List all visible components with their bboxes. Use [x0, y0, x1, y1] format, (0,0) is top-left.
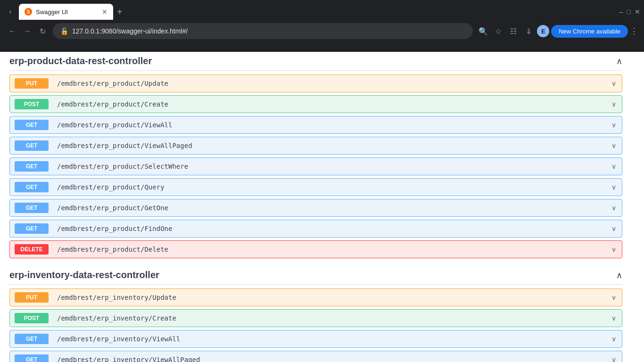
method-badge-get: GET: [15, 223, 49, 234]
endpoint-path-erp-product-4: /emdbrest/erp_product/SelectWhere: [53, 163, 606, 170]
endpoint-path-erp-product-7: /emdbrest/erp_product/FindOne: [53, 225, 606, 232]
method-badge-get: GET: [15, 182, 49, 192]
endpoint-row-erp-product-5[interactable]: GET/emdbrest/erp_product/Query∨: [9, 178, 622, 196]
method-badge-get: GET: [15, 120, 49, 130]
endpoint-chevron-erp-inventory-2: ∨: [606, 335, 622, 343]
menu-dots-btn[interactable]: ⋮: [630, 26, 638, 36]
method-badge-get: GET: [15, 203, 49, 213]
new-chrome-btn[interactable]: New Chrome available: [551, 25, 628, 38]
endpoint-row-erp-inventory-2[interactable]: GET/emdbrest/erp_inventory/ViewAll∨: [9, 330, 622, 348]
controller-title-erp-inventory: erp-inventory-data-rest-controller: [9, 270, 159, 280]
endpoint-path-erp-product-1: /emdbrest/erp_product/Create: [53, 100, 606, 108]
endpoint-chevron-erp-product-0: ∨: [606, 80, 622, 87]
controller-header-erp-product[interactable]: erp-product-data-rest-controller∧: [9, 52, 622, 71]
controller-section-erp-product: erp-product-data-rest-controller∧PUT/emd…: [9, 52, 622, 258]
endpoint-row-erp-product-2[interactable]: GET/emdbrest/erp_product/ViewAll∨: [9, 116, 622, 134]
endpoint-row-erp-product-0[interactable]: PUT/emdbrest/erp_product/Update∨: [9, 74, 622, 92]
secure-icon: 🔓: [60, 27, 68, 35]
endpoint-chevron-erp-product-1: ∨: [606, 100, 622, 108]
tab-favicon: S: [25, 8, 32, 16]
endpoint-chevron-erp-inventory-3: ∨: [606, 356, 622, 362]
tab-search-icon[interactable]: ☷: [507, 25, 520, 38]
back-icon[interactable]: ←: [6, 25, 19, 38]
endpoint-row-erp-inventory-3[interactable]: GET/emdbrest/erp_inventory/ViewAllPaged∨: [9, 351, 622, 362]
minimize-btn[interactable]: –: [619, 8, 623, 16]
controller-section-erp-inventory: erp-inventory-data-rest-controller∧PUT/e…: [9, 266, 622, 362]
method-badge-post: POST: [15, 99, 49, 109]
method-badge-put: PUT: [15, 78, 49, 89]
forward-icon[interactable]: →: [21, 25, 34, 38]
tab-close-btn[interactable]: ✕: [102, 8, 107, 16]
endpoint-path-erp-product-5: /emdbrest/erp_product/Query: [53, 183, 606, 191]
close-btn[interactable]: ✕: [635, 8, 640, 16]
endpoint-path-erp-inventory-3: /emdbrest/erp_inventory/ViewAllPaged: [53, 356, 606, 362]
toolbar-icons: 🔍 ☆ ☷ ⇓ E New Chrome available ⋮: [477, 25, 638, 38]
endpoint-row-erp-product-1[interactable]: POST/emdbrest/erp_product/Create∨: [9, 95, 622, 113]
user-avatar[interactable]: E: [537, 25, 549, 37]
method-badge-get: GET: [15, 354, 49, 362]
method-badge-get: GET: [15, 334, 49, 344]
method-badge-put: PUT: [15, 292, 49, 303]
endpoint-row-erp-product-7[interactable]: GET/emdbrest/erp_product/FindOne∨: [9, 220, 622, 238]
tab-back-btn[interactable]: ‹: [4, 5, 17, 18]
window-controls: – □ ✕: [619, 8, 640, 16]
endpoint-row-erp-inventory-0[interactable]: PUT/emdbrest/erp_inventory/Update∨: [9, 288, 622, 306]
endpoint-chevron-erp-product-3: ∨: [606, 142, 622, 149]
endpoint-chevron-erp-product-5: ∨: [606, 183, 622, 191]
endpoint-path-erp-product-2: /emdbrest/erp_product/ViewAll: [53, 121, 606, 129]
download-icon[interactable]: ⇓: [522, 25, 535, 38]
tab-bar: ‹ S Swagger UI ✕ + – □ ✕: [0, 0, 644, 20]
endpoint-chevron-erp-inventory-0: ∨: [606, 294, 622, 301]
nav-controls: ← → ↻: [6, 25, 49, 38]
bookmark-icon[interactable]: ☆: [492, 25, 505, 38]
endpoint-row-erp-product-8[interactable]: DELETE/emdbrest/erp_product/Delete∨: [9, 240, 622, 258]
endpoint-path-erp-inventory-0: /emdbrest/erp_inventory/Update: [53, 294, 606, 301]
controller-title-erp-product: erp-product-data-rest-controller: [9, 56, 152, 66]
endpoint-row-erp-product-3[interactable]: GET/emdbrest/erp_product/ViewAllPaged∨: [9, 137, 622, 155]
maximize-btn[interactable]: □: [627, 8, 631, 16]
endpoint-path-erp-product-0: /emdbrest/erp_product/Update: [53, 80, 606, 87]
endpoint-path-erp-product-6: /emdbrest/erp_product/GetOne: [53, 204, 606, 212]
endpoint-row-erp-product-6[interactable]: GET/emdbrest/erp_product/GetOne∨: [9, 199, 622, 217]
active-tab[interactable]: S Swagger UI ✕: [19, 4, 113, 20]
sections-container: erp-product-data-rest-controller∧PUT/emd…: [9, 52, 622, 362]
browser-chrome: ‹ S Swagger UI ✕ + – □ ✕ ← → ↻ 🔓 127.0.0…: [0, 0, 644, 52]
endpoint-row-erp-product-4[interactable]: GET/emdbrest/erp_product/SelectWhere∨: [9, 157, 622, 175]
endpoint-path-erp-product-3: /emdbrest/erp_product/ViewAllPaged: [53, 142, 606, 149]
url-bar[interactable]: 🔓 127.0.0.1:9080/swagger-ui/index.html#/: [53, 23, 473, 39]
url-text: 127.0.0.1:9080/swagger-ui/index.html#/: [72, 27, 465, 35]
controller-header-erp-inventory[interactable]: erp-inventory-data-rest-controller∧: [9, 266, 622, 285]
endpoint-path-erp-inventory-2: /emdbrest/erp_inventory/ViewAll: [53, 335, 606, 343]
endpoint-chevron-erp-inventory-1: ∨: [606, 314, 622, 322]
method-badge-get: GET: [15, 140, 49, 151]
controller-chevron-erp-product[interactable]: ∧: [616, 56, 622, 66]
tab-label: Swagger UI: [36, 8, 98, 16]
method-badge-post: POST: [15, 313, 49, 323]
endpoint-chevron-erp-product-2: ∨: [606, 121, 622, 129]
endpoint-chevron-erp-product-7: ∨: [606, 225, 622, 232]
address-bar: ← → ↻ 🔓 127.0.0.1:9080/swagger-ui/index.…: [0, 20, 644, 42]
method-badge-delete: DELETE: [15, 244, 49, 255]
endpoint-path-erp-product-8: /emdbrest/erp_product/Delete: [53, 246, 606, 253]
controller-chevron-erp-inventory[interactable]: ∧: [616, 270, 622, 280]
endpoint-chevron-erp-product-4: ∨: [606, 163, 622, 170]
method-badge-get: GET: [15, 161, 49, 172]
swagger-content: erp-product-data-rest-controller∧PUT/emd…: [0, 52, 632, 362]
endpoint-row-erp-inventory-1[interactable]: POST/emdbrest/erp_inventory/Create∨: [9, 309, 622, 327]
reload-icon[interactable]: ↻: [36, 25, 49, 38]
endpoint-path-erp-inventory-1: /emdbrest/erp_inventory/Create: [53, 314, 606, 322]
new-tab-btn[interactable]: +: [117, 7, 123, 17]
search-icon[interactable]: 🔍: [477, 25, 490, 38]
endpoint-chevron-erp-product-8: ∨: [606, 246, 622, 253]
page-content[interactable]: erp-product-data-rest-controller∧PUT/emd…: [0, 52, 644, 362]
endpoint-chevron-erp-product-6: ∨: [606, 204, 622, 212]
